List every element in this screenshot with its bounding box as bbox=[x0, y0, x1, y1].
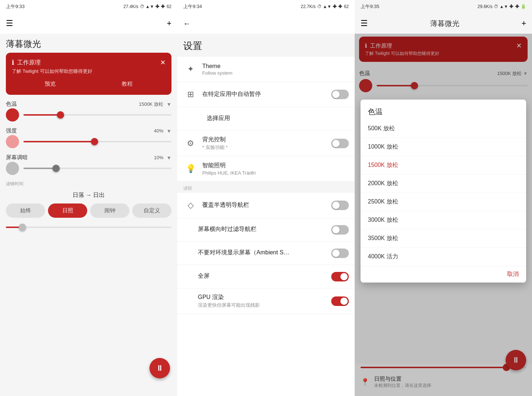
toggle-knob-backlight bbox=[332, 140, 340, 147]
chevron-0: ▼ bbox=[166, 101, 171, 107]
slider-track-0[interactable] bbox=[23, 114, 171, 116]
settings-text-theme: Theme Follow system bbox=[198, 63, 349, 76]
chevron-1: ▼ bbox=[166, 128, 171, 134]
settings-list: ✦ Theme Follow system ⊞ 在特定应用中自动暂停 选择应用 … bbox=[177, 57, 355, 396]
status-bar-1: 上午9:33 27.4K/s ⏱ ▲▼ ✦ ✦ 62 bbox=[0, 0, 177, 13]
bulb-icon: 💡 bbox=[183, 161, 198, 176]
filter-time-label: 滤镜时间 bbox=[0, 181, 177, 190]
dropdown-overlay[interactable]: 色温 500K 放松 1000K 放松 1500K 放松 2000K 放松 25… bbox=[355, 34, 532, 396]
settings-sub-theme: Follow system bbox=[202, 70, 344, 76]
tab-row: 始终 日照 闹钟 自定义 bbox=[0, 203, 177, 224]
pause-fab-1[interactable]: ⏸ bbox=[149, 358, 170, 378]
slider-label-0: 色温 bbox=[6, 101, 17, 108]
settings-item-gpu[interactable]: GPU 渲染 渲染更快但屏幕可能出现残影 bbox=[177, 288, 355, 314]
tab-3[interactable]: 自定义 bbox=[132, 203, 171, 218]
toggle-backlight[interactable] bbox=[331, 139, 349, 148]
toggle-ambient[interactable] bbox=[331, 249, 349, 258]
dropdown-title: 色温 bbox=[361, 100, 526, 120]
toggle-knob-covernav bbox=[332, 202, 340, 209]
time-2: 上午9:34 bbox=[183, 3, 202, 10]
sunrise-sunset: 日落 → 日出 bbox=[0, 190, 177, 203]
settings-main-covernav: 覆盖半透明导航栏 bbox=[202, 201, 327, 209]
tab-2[interactable]: 闹钟 bbox=[90, 203, 129, 218]
settings-title: 设置 bbox=[177, 34, 355, 57]
settings-item-covernav[interactable]: ◇ 覆盖半透明导航栏 bbox=[177, 193, 355, 218]
app-title-1: 薄暮微光 bbox=[0, 34, 177, 53]
dropdown-item-0[interactable]: 500K 放松 bbox=[361, 120, 526, 138]
theme-icon: ✦ bbox=[183, 62, 198, 76]
dropdown-item-4[interactable]: 2500K 放松 bbox=[361, 193, 526, 211]
tab-0[interactable]: 始终 bbox=[6, 203, 45, 218]
toggle-landscapenav[interactable] bbox=[331, 225, 349, 235]
toolbar-2: ← bbox=[177, 13, 355, 34]
sliders-section: 色温 1500K 放松 ▼ 强度 40% ▼ bbox=[0, 101, 177, 181]
settings-item-selectapp[interactable]: 选择应用 bbox=[177, 107, 355, 131]
dropdown-item-1[interactable]: 1000K 放松 bbox=[361, 138, 526, 156]
toggle-fullscreen[interactable] bbox=[331, 272, 349, 281]
slider-track-1[interactable] bbox=[23, 141, 171, 142]
info-card-1: ℹ 工作原理 ✕ 了解 Twilight 可以如何帮助您睡得更好 预览 教程 bbox=[6, 53, 171, 95]
toolbar-3: ☰ 薄暮微光 + bbox=[355, 13, 532, 34]
card-title-1: 工作原理 bbox=[17, 59, 41, 67]
toggle-gpu[interactable] bbox=[331, 296, 349, 306]
menu-icon-3[interactable]: ☰ bbox=[361, 19, 368, 28]
dropdown-item-2[interactable]: 1500K 放松 bbox=[361, 156, 526, 175]
settings-main-fullscreen: 全屏 bbox=[198, 272, 327, 280]
settings-text-selectapp: 选择应用 bbox=[202, 115, 349, 123]
bottom-track[interactable] bbox=[6, 227, 171, 228]
toggle-knob-gpu bbox=[340, 298, 348, 305]
toggle-covernav[interactable] bbox=[331, 201, 349, 210]
close-icon-1[interactable]: ✕ bbox=[160, 59, 166, 67]
settings-item-backlight[interactable]: ⚙ 背光控制 * 实验功能 * bbox=[177, 131, 355, 156]
dropdown-item-3[interactable]: 2000K 放松 bbox=[361, 175, 526, 193]
app-title-3: 薄暮微光 bbox=[430, 19, 459, 29]
preview-button[interactable]: 预览 bbox=[36, 79, 64, 89]
color-dot-1 bbox=[6, 135, 19, 148]
add-icon-1[interactable]: + bbox=[167, 19, 171, 28]
settings-main-theme: Theme bbox=[202, 63, 344, 70]
back-icon[interactable]: ← bbox=[183, 19, 191, 28]
pause-icon-1: ⏸ bbox=[156, 363, 164, 373]
add-icon-3[interactable]: + bbox=[521, 19, 526, 28]
dropdown-item-7[interactable]: 4000K 活力 bbox=[361, 248, 526, 266]
slider-value-1: 40% ▼ bbox=[154, 128, 171, 134]
toggle-knob-landscapenav bbox=[332, 226, 340, 234]
status-icons-3: 29.6K/s ⏱ ▲▼ ✦ ✦ 🔋 bbox=[477, 4, 526, 9]
settings-main-smartlighting: 智能照明 bbox=[202, 162, 344, 169]
settings-text-ambient: 不要对环境显示屏幕（Ambient S… bbox=[183, 249, 331, 257]
settings-main-landscapenav: 屏幕横向时过滤导航栏 bbox=[198, 225, 327, 233]
dropdown-cancel[interactable]: 取消 bbox=[361, 266, 526, 283]
menu-icon-1[interactable]: ☰ bbox=[6, 19, 13, 28]
toggle-knob-ambient bbox=[332, 250, 340, 257]
settings-item-smartlighting[interactable]: 💡 智能照明 Philips HUE, IKEA Trädfri bbox=[177, 156, 355, 182]
diamond-icon: ◇ bbox=[183, 198, 198, 213]
dropdown-item-5[interactable]: 3000K 放松 bbox=[361, 211, 526, 229]
tutorial-button[interactable]: 教程 bbox=[113, 79, 141, 89]
dropdown-item-6[interactable]: 3500K 放松 bbox=[361, 229, 526, 248]
tab-1[interactable]: 日照 bbox=[48, 203, 87, 218]
status-bar-3: 上午9:35 29.6K/s ⏱ ▲▼ ✦ ✦ 🔋 bbox=[355, 0, 532, 13]
settings-item-theme[interactable]: ✦ Theme Follow system bbox=[177, 57, 355, 82]
status-bar-2: 上午9:34 22.7K/s ⏱ ▲▼ ✦ ✦ 62 bbox=[177, 0, 355, 13]
settings-item-fullscreen[interactable]: 全屏 bbox=[177, 265, 355, 288]
slider-track-2[interactable] bbox=[23, 168, 171, 169]
slider-value-0: 1500K 放松 ▼ bbox=[139, 101, 171, 108]
settings-sub-gpu: 渲染更快但屏幕可能出现残影 bbox=[198, 302, 327, 309]
time-3: 上午9:35 bbox=[361, 3, 379, 10]
panel3-content: ℹ 工作原理 ✕ 了解 Twilight 可以如何帮助您睡得更好 色温 1500… bbox=[355, 34, 532, 396]
settings-item-autopause[interactable]: ⊞ 在特定应用中自动暂停 bbox=[177, 82, 355, 107]
time-1: 上午9:33 bbox=[6, 3, 25, 10]
settings-item-landscapenav[interactable]: 屏幕横向时过滤导航栏 bbox=[177, 218, 355, 242]
settings-main-gpu: GPU 渲染 bbox=[198, 294, 327, 301]
color-dot-0 bbox=[6, 108, 19, 122]
settings-text-covernav: 覆盖半透明导航栏 bbox=[198, 201, 331, 210]
gear-icon: ⚙ bbox=[183, 136, 198, 151]
card-subtitle-1: 了解 Twilight 可以如何帮助您睡得更好 bbox=[12, 68, 166, 75]
color-temp-dropdown: 色温 500K 放松 1000K 放松 1500K 放松 2000K 放松 25… bbox=[361, 100, 526, 283]
toggle-autopause[interactable] bbox=[331, 90, 349, 99]
settings-text-fullscreen: 全屏 bbox=[183, 272, 331, 281]
bottom-slider bbox=[0, 224, 177, 232]
settings-main-autopause: 在特定应用中自动暂停 bbox=[202, 90, 327, 98]
settings-item-ambient[interactable]: 不要对环境显示屏幕（Ambient S… bbox=[177, 242, 355, 265]
settings-text-autopause: 在特定应用中自动暂停 bbox=[198, 90, 331, 99]
